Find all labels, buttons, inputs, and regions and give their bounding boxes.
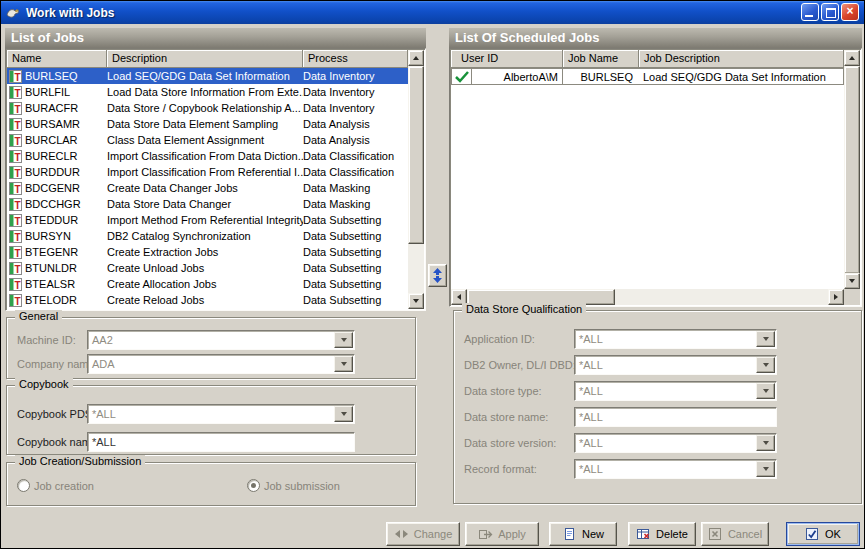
ok-button[interactable]: OK [786, 522, 860, 546]
scheduled-check-icon [452, 70, 471, 83]
scroll-thumb[interactable] [408, 66, 424, 244]
scheduled-job-row[interactable]: AlbertoA\MBURLSEQLoad SEQ/GDG Data Set I… [451, 68, 844, 85]
job-process: Data Subsetting [303, 294, 408, 306]
scroll-down-button[interactable] [844, 273, 860, 289]
qualification-group-title: Data Store Qualification [462, 303, 586, 315]
job-description: DB2 Catalog Synchronization [107, 230, 303, 242]
job-row[interactable]: TBTUNLDRCreate Unload JobsData Subsettin… [7, 260, 408, 276]
job-description: Import Method From Referential Integrity [107, 214, 303, 226]
job-name: BURACFR [25, 102, 78, 114]
button-label: Change [414, 528, 453, 540]
job-process: Data Classification [303, 150, 408, 162]
job-row[interactable]: TBTEDDURImport Method From Referential I… [7, 212, 408, 228]
job-description: Load Data Store Information From Exte... [107, 86, 303, 98]
apply-button: Apply [465, 522, 539, 546]
job-process: Data Inventory [303, 70, 408, 82]
new-button[interactable]: New [549, 522, 617, 546]
job-row[interactable]: TBURECLRImport Classification From Data … [7, 148, 408, 164]
job-icon: T [9, 166, 22, 179]
arrow-right-icon [834, 294, 838, 300]
machine-id-value: AA2 [92, 334, 113, 346]
job-description: Create Unload Jobs [107, 262, 303, 274]
job-icon: T [9, 294, 22, 307]
minimize-button[interactable] [801, 3, 819, 21]
delete-button[interactable]: Delete [628, 522, 696, 546]
ok-icon [805, 527, 820, 541]
job-name: BTEGENR [25, 246, 78, 258]
chevron-down-icon [763, 389, 769, 393]
job-row[interactable]: TBURCLARClass Data Element AssignmentDat… [7, 132, 408, 148]
job-description: Data Store Data Changer [107, 198, 303, 210]
chevron-down-icon [341, 412, 347, 416]
job-icon: T [9, 198, 22, 211]
job-process: Data Subsetting [303, 278, 408, 290]
job-row[interactable]: TBTELODRCreate Reload JobsData Subsettin… [7, 292, 408, 308]
column-header-job-name[interactable]: Job Name [563, 50, 639, 68]
job-row[interactable]: TBURLSEQLoad SEQ/GDG Data Set Informatio… [7, 68, 408, 84]
copybook-group-title: Copybook [15, 378, 73, 390]
button-label: Apply [498, 528, 526, 540]
copybook-pds-label: Copybook PDS: [17, 408, 95, 420]
dropdown-button [334, 332, 353, 348]
title-bar[interactable]: Work with Jobs × [1, 1, 864, 24]
job-row[interactable]: TBURLFILLoad Data Store Information From… [7, 84, 408, 100]
scheduled-job-name: BURLSEQ [563, 71, 637, 83]
job-description: Load SEQ/GDG Data Set Information [107, 70, 303, 82]
dropdown-button [756, 331, 775, 347]
button-label: New [582, 528, 604, 540]
svg-text:T: T [14, 279, 20, 290]
job-creation-group: Job Creation/Submission Job creation Job… [6, 462, 416, 506]
job-description: Class Data Element Assignment [107, 134, 303, 146]
scroll-up-button[interactable] [408, 50, 424, 66]
cancel-icon [708, 527, 723, 541]
job-row[interactable]: TBURSYNDB2 Catalog SynchronizationData S… [7, 228, 408, 244]
change-icon [394, 527, 409, 541]
scheduled-panel-header: List Of Scheduled Jobs [449, 28, 862, 48]
schedule-transfer-button[interactable] [428, 264, 447, 287]
job-row[interactable]: TBURACFRData Store / Copybook Relationsh… [7, 100, 408, 116]
button-label: OK [825, 528, 841, 540]
general-group: General Machine ID: AA2 Company name: AD… [6, 317, 416, 379]
scrollbar-corner [844, 289, 860, 305]
job-process: Data Analysis [303, 118, 408, 130]
job-process: Data Subsetting [303, 230, 408, 242]
data-store-name-input: *ALL [574, 407, 777, 427]
job-process: Data Subsetting [303, 262, 408, 274]
data-store-name-value: *ALL [579, 411, 603, 423]
record-format-combo: *ALL [574, 459, 777, 479]
close-button[interactable]: × [841, 3, 859, 21]
job-row[interactable]: TBURSAMRData Store Data Element Sampling… [7, 116, 408, 132]
scroll-down-button[interactable] [408, 293, 424, 309]
job-icon: T [9, 86, 22, 99]
job-description: Create Data Changer Jobs [107, 182, 303, 194]
job-row[interactable]: TBTEGENRCreate Extraction JobsData Subse… [7, 244, 408, 260]
copybook-name-input[interactable]: *ALL [87, 432, 355, 452]
job-process: Data Inventory [303, 86, 408, 98]
scroll-up-button[interactable] [844, 50, 860, 66]
jobs-table-rows: TBURLSEQLoad SEQ/GDG Data Set Informatio… [7, 68, 408, 308]
column-header-description[interactable]: Description [107, 50, 303, 68]
job-row[interactable]: TBTEALSRCreate Allocation JobsData Subse… [7, 276, 408, 292]
data-store-qualification-group: Data Store Qualification Application ID:… [453, 310, 862, 504]
chevron-down-icon [763, 337, 769, 341]
job-creation-radio-label: Job creation [34, 480, 94, 492]
job-process: Data Masking [303, 182, 408, 194]
column-header-user-id[interactable]: User ID [451, 50, 563, 68]
column-header-job-description[interactable]: Job Description [639, 50, 844, 68]
data-store-type-label: Data store type: [464, 385, 542, 397]
scroll-thumb[interactable] [844, 66, 860, 274]
svg-text:T: T [14, 103, 20, 114]
up-down-arrows-icon [432, 268, 443, 283]
job-row[interactable]: TBURDDURImport Classification From Refer… [7, 164, 408, 180]
job-icon: T [9, 150, 22, 163]
column-header-process[interactable]: Process [303, 50, 408, 68]
data-store-type-value: *ALL [579, 385, 603, 397]
svg-text:T: T [14, 215, 20, 226]
column-header-name[interactable]: Name [7, 50, 107, 68]
maximize-button[interactable] [821, 3, 839, 21]
job-name: BTEALSR [25, 278, 75, 290]
scroll-right-button[interactable] [828, 289, 844, 305]
job-process: Data Subsetting [303, 214, 408, 226]
job-row[interactable]: TBDCCHGRData Store Data ChangerData Mask… [7, 196, 408, 212]
job-row[interactable]: TBDCGENRCreate Data Changer JobsData Mas… [7, 180, 408, 196]
